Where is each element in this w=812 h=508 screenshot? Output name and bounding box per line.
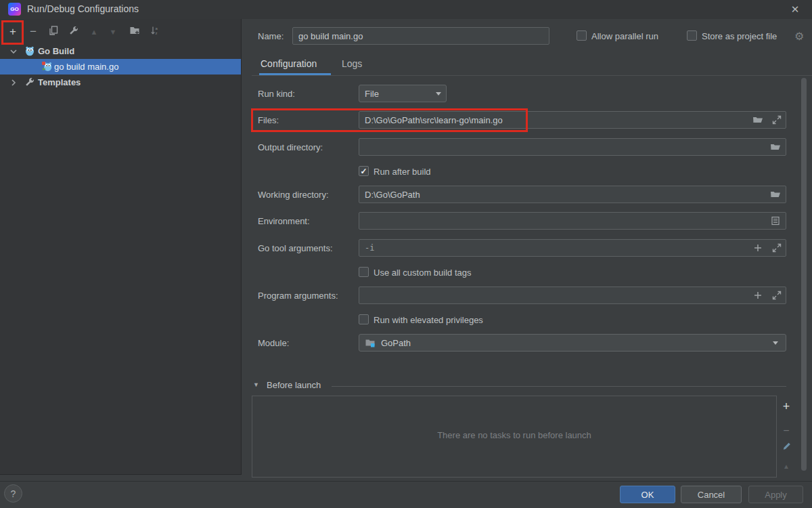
- svg-text:a: a: [156, 26, 158, 30]
- files-label: Files:: [258, 115, 279, 125]
- tab-separator: [252, 75, 812, 76]
- question-mark-icon: ?: [11, 488, 16, 499]
- name-input[interactable]: [292, 27, 549, 45]
- vertical-scrollbar[interactable]: [801, 78, 807, 471]
- arrow-up-icon: ▲: [783, 463, 790, 470]
- module-folder-icon: [365, 337, 376, 348]
- arrow-down-icon: ▼: [110, 28, 117, 36]
- working-directory-label: Working directory:: [258, 190, 329, 200]
- go-tool-arguments-input[interactable]: [359, 239, 786, 257]
- tree-item-label: go build main.go: [54, 62, 118, 72]
- svg-text:z: z: [156, 31, 158, 35]
- chevron-right-icon[interactable]: [8, 77, 19, 88]
- module-value: GoPath: [381, 338, 411, 348]
- add-argument-icon[interactable]: [752, 290, 763, 301]
- pencil-icon: [782, 441, 792, 454]
- sort-az-icon: az: [150, 25, 160, 39]
- cancel-button[interactable]: Cancel: [681, 486, 742, 503]
- gopher-icon: [24, 45, 35, 56]
- tab-logs[interactable]: Logs: [342, 58, 362, 69]
- new-folder-icon: [129, 25, 140, 39]
- tree-item-templates[interactable]: Templates: [0, 75, 241, 90]
- minus-icon: −: [783, 425, 789, 437]
- run-debug-configurations-dialog: GO Run/Debug Configurations ✕ + −: [0, 0, 812, 508]
- chevron-down-icon[interactable]: [8, 46, 19, 57]
- ok-button[interactable]: OK: [620, 486, 675, 503]
- browse-folder-icon[interactable]: [770, 142, 781, 152]
- plus-icon: +: [9, 25, 16, 39]
- collapse-arrow-icon[interactable]: ▼: [253, 381, 259, 388]
- run-kind-label: Run kind:: [258, 89, 295, 99]
- add-argument-icon[interactable]: [752, 242, 763, 253]
- help-button[interactable]: ?: [4, 484, 22, 503]
- gear-icon[interactable]: ⚙: [794, 30, 804, 43]
- go-tool-arguments-label: Go tool arguments:: [258, 243, 333, 253]
- checkmark-icon: ✓: [360, 167, 367, 176]
- tree-item-go-build[interactable]: Go Build: [0, 43, 241, 59]
- dropdown-arrow-icon: [773, 341, 778, 345]
- remove-task-button[interactable]: −: [780, 424, 793, 438]
- copy-icon: [48, 25, 59, 39]
- tree-item-label: Go Build: [38, 46, 74, 56]
- program-arguments-label: Program arguments:: [258, 291, 338, 301]
- edit-task-button[interactable]: [780, 440, 793, 454]
- run-after-build-checkbox[interactable]: ✓: [359, 166, 369, 176]
- expand-field-icon[interactable]: [771, 242, 782, 253]
- expand-field-icon[interactable]: [771, 290, 782, 301]
- output-directory-label: Output directory:: [258, 142, 323, 152]
- close-icon[interactable]: ✕: [786, 1, 804, 18]
- expand-field-icon[interactable]: [771, 114, 782, 125]
- wrench-icon: [24, 77, 35, 87]
- allow-parallel-run-checkbox[interactable]: [577, 30, 587, 41]
- remove-configuration-button[interactable]: −: [24, 23, 42, 41]
- goland-logo-icon: GO: [8, 3, 21, 16]
- module-select[interactable]: GoPath: [359, 334, 786, 352]
- run-kind-value: File: [365, 89, 379, 99]
- before-launch-title: Before launch: [267, 380, 321, 390]
- move-up-button[interactable]: ▲: [85, 23, 103, 41]
- use-all-custom-build-tags-checkbox[interactable]: [359, 267, 369, 277]
- configurations-panel: + − ▲ ▼: [0, 19, 242, 475]
- move-task-up-button[interactable]: ▲: [780, 459, 793, 473]
- tree-item-label: Templates: [38, 77, 81, 87]
- minus-icon: −: [30, 25, 37, 39]
- sort-configurations-button[interactable]: az: [146, 23, 164, 41]
- add-task-button[interactable]: +: [780, 400, 793, 413]
- name-label: Name:: [258, 31, 284, 41]
- apply-button[interactable]: Apply: [748, 486, 803, 503]
- working-directory-input[interactable]: [359, 186, 786, 203]
- before-launch-empty-text: There are no tasks to run before launch: [252, 430, 777, 440]
- environment-variables-icon[interactable]: [770, 215, 781, 226]
- run-kind-select[interactable]: File: [359, 85, 447, 102]
- module-label: Module:: [258, 338, 289, 348]
- run-after-build-label: Run after build: [374, 167, 431, 177]
- add-configuration-button[interactable]: +: [4, 23, 22, 41]
- run-with-elevated-privileges-checkbox[interactable]: [359, 314, 369, 324]
- allow-parallel-run-label: Allow parallel run: [591, 31, 658, 41]
- tree-toolbar: + − ▲ ▼: [0, 22, 241, 42]
- run-with-elevated-privileges-label: Run with elevated privileges: [374, 315, 483, 325]
- arrow-up-icon: ▲: [91, 28, 98, 36]
- move-down-button[interactable]: ▼: [104, 23, 122, 41]
- output-directory-input[interactable]: [359, 138, 786, 156]
- program-arguments-input[interactable]: [359, 287, 786, 304]
- footer-separator: [0, 481, 812, 482]
- plus-icon: +: [783, 400, 790, 414]
- browse-folder-icon[interactable]: [770, 189, 781, 200]
- store-as-project-file-checkbox[interactable]: [687, 30, 697, 41]
- tab-configuration[interactable]: Configuration: [261, 58, 317, 69]
- edit-templates-button[interactable]: [65, 23, 83, 41]
- gopher-error-icon: [42, 61, 53, 72]
- dropdown-arrow-icon: [436, 92, 441, 96]
- environment-input[interactable]: [359, 212, 786, 230]
- store-as-project-file-label: Store as project file: [702, 31, 777, 41]
- titlebar: GO Run/Debug Configurations ✕: [0, 0, 812, 19]
- copy-configuration-button[interactable]: [45, 23, 62, 41]
- files-input[interactable]: [359, 111, 786, 129]
- configurations-tree: Go Build go build main.go Templates: [0, 43, 241, 90]
- tree-item-go-build-main-go[interactable]: go build main.go: [0, 59, 241, 75]
- create-folder-button[interactable]: [126, 23, 143, 41]
- browse-folder-icon[interactable]: [752, 114, 763, 125]
- before-launch-separator: [332, 386, 786, 387]
- dialog-title: Run/Debug Configurations: [27, 3, 139, 14]
